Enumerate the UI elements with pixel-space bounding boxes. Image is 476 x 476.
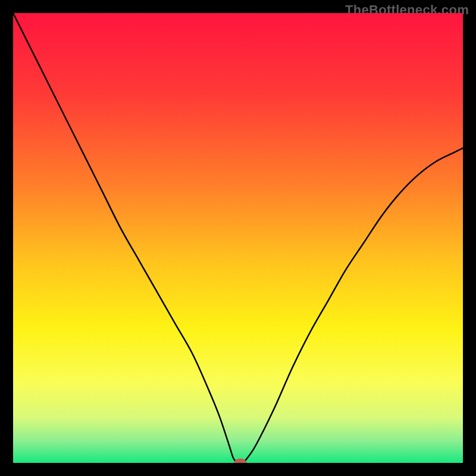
chart-frame: TheBottleneck.com bbox=[0, 0, 476, 476]
bottleneck-chart bbox=[13, 13, 463, 463]
gradient-background bbox=[13, 13, 463, 463]
